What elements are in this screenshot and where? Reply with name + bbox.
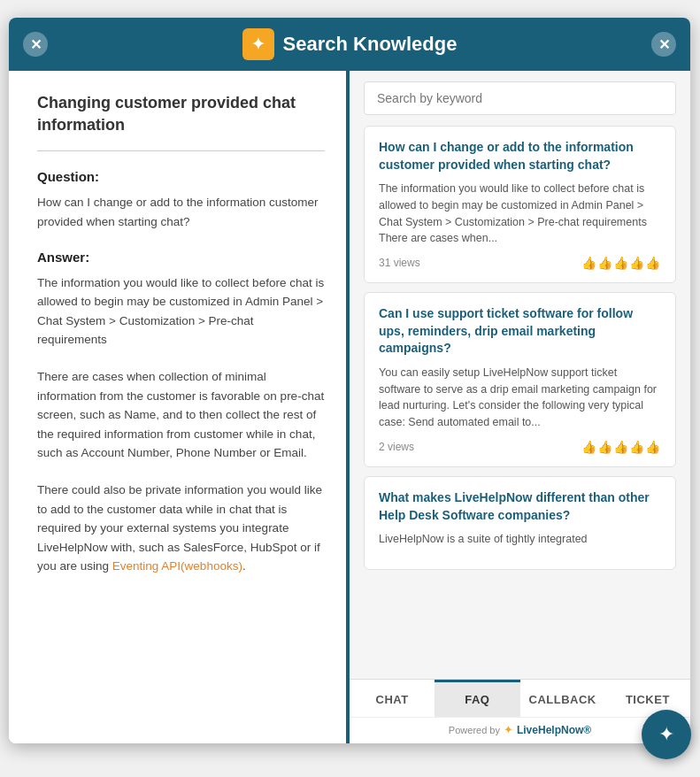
- header-brand-icon: ✦: [242, 28, 274, 60]
- tab-faq[interactable]: FAQ: [435, 680, 519, 717]
- brand-icon-small: ✦: [504, 723, 513, 736]
- right-panel: How can I change or add to the informati…: [350, 71, 690, 743]
- answer-paragraph1: The information you would like to collec…: [37, 273, 325, 350]
- widget-container: ✕ ✦ Search Knowledge ✕ Changing customer…: [0, 0, 700, 777]
- article-title: Changing customer provided chat informat…: [37, 92, 325, 136]
- kb-card-2[interactable]: Can I use support ticket software for fo…: [364, 292, 676, 467]
- content-area: Changing customer provided chat informat…: [9, 71, 690, 743]
- kb-card-excerpt-1: The information you would like to collec…: [379, 181, 661, 247]
- header: ✕ ✦ Search Knowledge ✕: [9, 18, 690, 71]
- answer-label: Answer:: [37, 250, 325, 265]
- kb-card-rating-2: 👍👍👍👍👍: [581, 440, 661, 454]
- tab-callback[interactable]: CALLBACK: [520, 680, 605, 717]
- question-label: Question:: [37, 169, 325, 184]
- kb-card-views-2: 2 views: [379, 441, 414, 453]
- kb-card-footer-1: 31 views 👍👍👍👍👍: [379, 256, 661, 270]
- kb-card-excerpt-2: You can easily setup LiveHelpNow support…: [379, 365, 661, 431]
- close-right-button[interactable]: ✕: [651, 32, 676, 57]
- question-text: How can I change or add to the informati…: [37, 193, 325, 231]
- kb-card-title-2: Can I use support ticket software for fo…: [379, 305, 661, 358]
- kb-card-views-1: 31 views: [379, 257, 420, 269]
- fab-icon: ✦: [658, 723, 674, 746]
- header-title-section: ✦ Search Knowledge: [242, 28, 458, 60]
- close-left-button[interactable]: ✕: [23, 32, 48, 57]
- search-bar-wrap: [350, 71, 690, 126]
- left-panel: Changing customer provided chat informat…: [9, 71, 350, 743]
- kb-card-1[interactable]: How can I change or add to the informati…: [364, 126, 676, 283]
- kb-card-rating-1: 👍👍👍👍👍: [581, 256, 661, 270]
- kb-card-footer-2: 2 views 👍👍👍👍👍: [379, 440, 661, 454]
- kb-card-title-1: How can I change or add to the informati…: [379, 139, 661, 173]
- header-left: ✕: [23, 32, 48, 57]
- divider: [37, 150, 325, 151]
- eventing-api-link[interactable]: Eventing API(webhooks): [112, 559, 242, 573]
- search-input[interactable]: [364, 81, 676, 115]
- bottom-nav: CHAT FAQ CALLBACK TICKET: [350, 679, 690, 717]
- powered-by: Powered by ✦ LiveHelpNow®: [350, 717, 690, 743]
- answer-paragraph3: There could also be private information …: [37, 481, 325, 576]
- powered-by-text: Powered by: [449, 725, 500, 735]
- fab-button[interactable]: ✦: [642, 710, 691, 759]
- tab-ticket[interactable]: TICKET: [605, 680, 690, 717]
- brand-name: LiveHelpNow®: [517, 724, 591, 736]
- answer-paragraph2: There are cases when collection of minim…: [37, 367, 325, 463]
- main-panel: ✕ ✦ Search Knowledge ✕ Changing customer…: [9, 18, 690, 743]
- header-title: Search Knowledge: [283, 33, 458, 56]
- kb-card-excerpt-3: LiveHelpNow is a suite of tightly integr…: [379, 531, 661, 548]
- kb-results: How can I change or add to the informati…: [350, 126, 690, 679]
- kb-card-3[interactable]: What makes LiveHelpNow different than ot…: [364, 476, 676, 570]
- kb-card-title-3: What makes LiveHelpNow different than ot…: [379, 489, 661, 524]
- close-left-icon: ✕: [30, 36, 42, 53]
- tab-chat[interactable]: CHAT: [350, 680, 435, 717]
- close-right-icon: ✕: [658, 36, 670, 53]
